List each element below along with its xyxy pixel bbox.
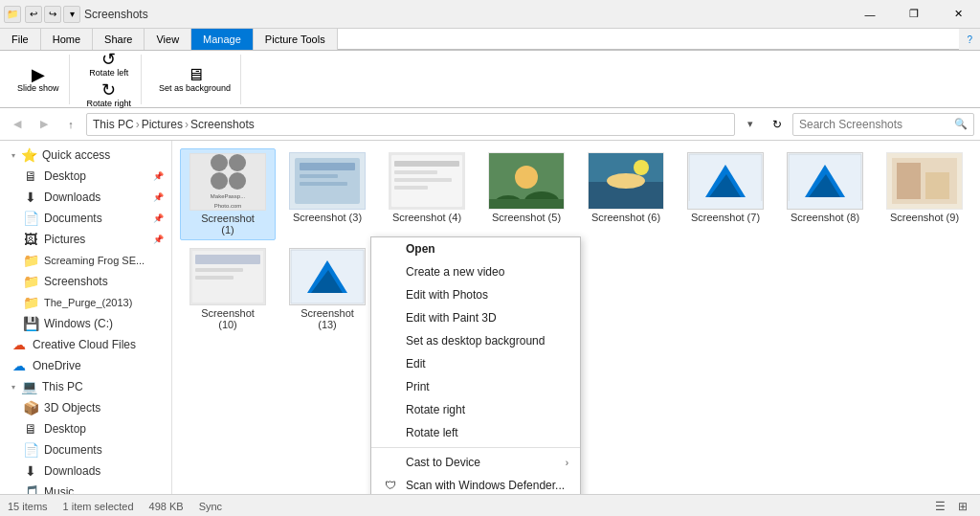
tab-file[interactable]: File [0,29,41,50]
sidebar-item-downloads-quick[interactable]: ⬇ Downloads 📌 [11,187,171,208]
ctx-scan[interactable]: 🛡 Scan with Windows Defender... [371,474,580,494]
ctx-cast[interactable]: Cast to Device › [371,451,580,474]
sidebar-item-documents-quick[interactable]: 📄 Documents 📌 [11,208,171,229]
file-item-3[interactable]: Screenshot (3) [279,148,375,240]
ribbon-btn-rotate-right[interactable]: ↻ Rotate right [83,79,136,110]
ctx-edit[interactable]: Edit [371,352,580,375]
svg-rect-33 [925,172,949,199]
forward-button[interactable]: ▶ [33,113,56,136]
path-pictures: Pictures [142,118,183,131]
search-input[interactable] [799,118,954,131]
file-thumb-6 [588,152,664,210]
ribbon-btn-set-as[interactable]: 🖥 Set as background [155,64,234,95]
sidebar-item-quick-access[interactable]: ▾ ⭐ Quick access [0,145,171,166]
status-bar: 15 items 1 item selected 498 KB Sync ☰ ⊞ [0,494,980,516]
pictures-icon: 🖼 [23,232,38,247]
star-icon: ⭐ [21,147,36,163]
file-name-5: Screenshot (5) [492,212,561,223]
file-name-6: Screenshot (6) [591,212,660,223]
sidebar-item-music[interactable]: 🎵 Music [11,482,171,494]
file-item-5[interactable]: Screenshot (5) [479,148,574,240]
file-item-10[interactable]: Screenshot(10) [180,244,276,334]
address-bar: ◀ ▶ ↑ This PC › Pictures › Screenshots ▾… [0,108,980,141]
redo-icon[interactable]: ↪ [44,6,61,23]
file-size: 498 KB [149,501,184,512]
tab-home[interactable]: Home [41,29,93,50]
svg-rect-2 [300,163,355,170]
ribbon-btn-rotate-left[interactable]: ↺ Rotate left [85,49,132,79]
ctx-open[interactable]: Open [371,237,580,260]
undo-icon[interactable]: ↩ [25,6,42,23]
file-name-4: Screenshot (4) [392,212,461,223]
file-thumb-9 [886,152,963,210]
dropdown-button[interactable]: ▾ [739,113,762,136]
sidebar-item-screenshots[interactable]: 📁 Screenshots [11,271,171,292]
ctx-edit-paint3d[interactable]: Edit with Paint 3D [371,306,580,329]
ctx-rotate-left[interactable]: Rotate left [371,421,580,444]
tab-share[interactable]: Share [93,29,145,50]
sidebar-item-3d-objects[interactable]: 📦 3D Objects [11,397,171,418]
ctx-desktop-bg[interactable]: Set as desktop background [371,329,580,352]
large-icons-view-button[interactable]: ⊞ [953,498,972,515]
ctx-create-video[interactable]: Create a new video [371,260,580,283]
file-thumb-13 [289,248,366,305]
ribbon-btn-slideshow[interactable]: ▶ Slide show [13,64,63,95]
3d-icon: 📦 [23,400,38,415]
ctx-print[interactable]: Print [371,375,580,398]
computer-icon: 💻 [21,379,36,394]
file-item-6[interactable]: Screenshot (6) [578,148,674,240]
sidebar-item-downloads[interactable]: ⬇ Downloads [11,460,171,482]
ctx-rotate-right[interactable]: Rotate right [371,398,580,421]
minimize-button[interactable]: — [848,0,892,29]
file-name-9: Screenshot (9) [890,212,959,223]
cloud-icon: ☁ [11,337,27,352]
context-menu: Open Create a new video Edit with Photos… [370,236,581,494]
details-view-button[interactable]: ☰ [930,498,949,515]
maximize-button[interactable]: ❐ [892,0,936,29]
sidebar-item-documents[interactable]: 📄 Documents [11,439,171,460]
close-button[interactable]: ✕ [936,0,980,29]
sidebar-item-creative-cloud[interactable]: ☁ Creative Cloud Files [0,334,171,355]
file-item-1[interactable]: MakePassp... Photo.com Screenshot(1) [180,148,276,240]
down-arrow-icon[interactable]: ▾ [63,6,80,23]
tab-manage[interactable]: Manage [191,29,254,50]
selected-count: 1 item selected [63,501,134,512]
window-title: Screenshots [84,8,148,21]
file-item-4[interactable]: Screenshot (4) [379,148,475,240]
sidebar-item-windows-c[interactable]: 💾 Windows (C:) [11,313,171,334]
svg-rect-10 [394,186,428,190]
sidebar-item-screaming-frog[interactable]: 📁 Screaming Frog SE... [11,250,171,271]
refresh-button[interactable]: ↻ [766,113,789,136]
ribbon-group-preview: ▶ Slide show [8,55,70,104]
file-item-13[interactable]: Screenshot(13) [279,244,375,334]
up-button[interactable]: ↑ [59,113,82,136]
help-button[interactable]: ? [959,29,980,50]
file-name-8: Screenshot (8) [791,212,859,223]
search-box[interactable]: 🔍 [792,113,974,136]
sync-status: Sync [199,501,222,512]
ctx-sep-1 [371,447,580,448]
downloads-icon: ⬇ [23,463,38,479]
folder-icon: 📁 [23,253,38,268]
sidebar-item-desktop-quick[interactable]: 🖥 Desktop 📌 [11,166,171,187]
file-item-7[interactable]: Screenshot (7) [678,148,773,240]
search-icon: 🔍 [954,118,968,130]
desktop-icon: 🖥 [23,421,38,437]
file-item-8[interactable]: Screenshot (8) [777,148,873,240]
svg-point-19 [634,160,649,175]
sidebar-item-onedrive[interactable]: ☁ OneDrive [0,355,171,376]
sidebar-item-this-pc[interactable]: ▾ 💻 This PC [0,376,171,397]
file-name-13: Screenshot(13) [301,307,354,330]
sidebar-item-desktop[interactable]: 🖥 Desktop [11,418,171,439]
pin-icon: 📌 [153,171,164,181]
sidebar-item-purge[interactable]: 📁 The_Purge_(2013) [11,292,171,313]
tab-picture-tools[interactable]: Picture Tools [254,29,338,50]
address-path[interactable]: This PC › Pictures › Screenshots [86,113,735,136]
file-item-9[interactable]: Screenshot (9) [877,148,972,240]
ribbon-group-set-as: 🖥 Set as background [149,55,241,104]
folder-icon: 📁 [23,295,38,310]
ctx-edit-photos[interactable]: Edit with Photos [371,283,580,306]
sidebar-item-pictures-quick[interactable]: 🖼 Pictures 📌 [11,229,171,250]
back-button[interactable]: ◀ [6,113,29,136]
tab-view[interactable]: View [145,29,191,50]
